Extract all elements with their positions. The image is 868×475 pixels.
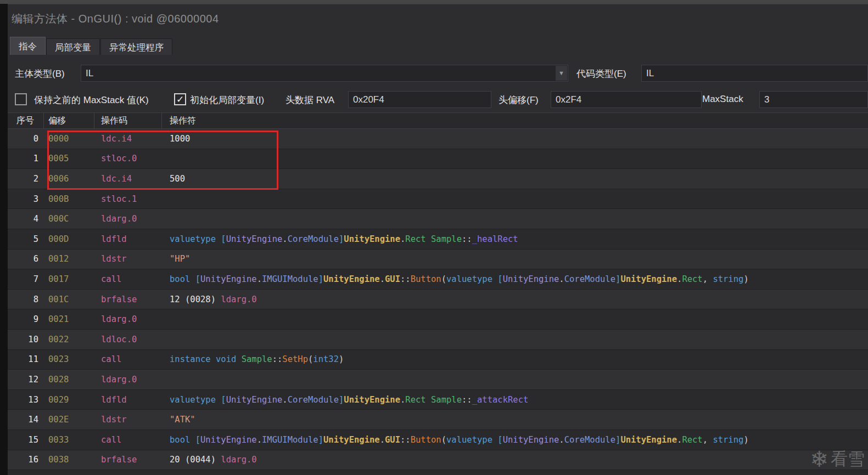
edit-method-body-dialog-screen: 编辑方法体 - OnGUI() : void @06000004 指令 局部变量…	[0, 0, 868, 475]
code-type-combobox[interactable]: IL	[641, 65, 868, 82]
init-locals-label: 初始化局部变量(I)	[190, 94, 264, 106]
operand-segment: ::	[400, 274, 411, 284]
row-operand: 500	[162, 174, 868, 184]
tab-exception-handlers[interactable]: 异常处理程序	[100, 38, 172, 55]
row-opcode: ldc.i4	[94, 134, 162, 144]
operand-segment: .	[677, 274, 682, 284]
keep-maxstack-checkbox[interactable]	[15, 93, 27, 105]
dialog-title: 编辑方法体 - OnGUI() : void @06000004	[12, 12, 219, 26]
operand-segment: [	[497, 435, 502, 445]
table-row[interactable]: 10005stloc.0	[8, 149, 868, 169]
operand-segment: [	[195, 435, 200, 445]
operand-segment: .	[400, 395, 405, 405]
operand-segment: Button	[411, 274, 441, 284]
table-row[interactable]: 110023callinstance void Sample::SetHp(in…	[8, 350, 868, 370]
table-row[interactable]: 130029ldfldvaluetype [UnityEngine.CoreMo…	[8, 390, 868, 410]
table-row[interactable]: 100022ldloc.0	[8, 330, 868, 350]
operand-segment: UnityEngine	[620, 435, 677, 445]
operand-segment: UnityEngine	[200, 435, 257, 445]
header-rva-input[interactable]: 0x20F4	[348, 91, 491, 108]
row-offset: 002E	[44, 415, 94, 425]
table-row[interactable]: 14002Eldstr"ATK"	[8, 410, 868, 430]
operand-segment: Sample	[431, 395, 462, 405]
code-type-label: 代码类型(E)	[576, 67, 626, 80]
row-index: 15	[8, 435, 44, 445]
row-opcode: call	[94, 274, 162, 284]
table-row[interactable]: 4000Cldarg.0	[8, 209, 868, 229]
operand-segment: bool	[170, 274, 195, 284]
table-row[interactable]: 5000Dldfldvaluetype [UnityEngine.CoreMod…	[8, 229, 868, 250]
chevron-down-icon[interactable]: ▼	[556, 66, 567, 81]
table-row[interactable]: 160038brfalse20 (0044) ldarg.0	[8, 450, 868, 471]
operand-segment: Rect	[405, 395, 425, 405]
row-offset: 0022	[44, 335, 94, 344]
operand-segment: UnityEngine	[503, 274, 559, 284]
row-opcode: brfalse	[94, 295, 162, 304]
maxstack-input[interactable]: 3	[759, 91, 868, 108]
row-operand: instance void Sample::SetHp(int32)	[162, 354, 868, 364]
operand-segment: ]	[615, 435, 620, 445]
operand-segment: (	[441, 274, 446, 284]
operand-segment: (	[441, 435, 446, 445]
table-row[interactable]: 60012ldstr"HP"	[8, 250, 868, 270]
table-row[interactable]: 90021ldarg.0	[8, 309, 868, 330]
row-opcode: ldarg.0	[94, 375, 162, 384]
operand-segment: )	[339, 354, 344, 364]
operand-segment: IMGUIModule	[262, 274, 318, 284]
operand-segment: UnityEngine	[226, 234, 283, 244]
row-index: 5	[8, 234, 44, 244]
operand-segment: CoreModule	[288, 234, 339, 244]
operand-segment: CoreModule	[564, 435, 615, 445]
watermark: ❄ 看雪	[810, 448, 865, 471]
header-offset-input[interactable]: 0x2F4	[551, 91, 702, 108]
window-left-edge	[0, 4, 8, 475]
row-opcode: call	[94, 435, 162, 445]
row-opcode: ldarg.0	[94, 314, 162, 324]
table-row[interactable]: 70017callbool [UnityEngine.IMGUIModule]U…	[8, 269, 868, 290]
operand-segment: UnityEngine	[344, 234, 400, 244]
tab-instructions[interactable]: 指令	[10, 37, 46, 55]
row-operand: valuetype [UnityEngine.CoreModule]UnityE…	[162, 395, 868, 405]
table-row[interactable]: 150033callbool [UnityEngine.IMGUIModule]…	[8, 430, 868, 450]
header-rva-value: 0x20F4	[353, 94, 384, 105]
row-index: 10	[8, 335, 44, 344]
table-row[interactable]: 3000Bstloc.1	[8, 189, 868, 210]
table-row[interactable]: 120028ldarg.0	[8, 370, 868, 390]
operand-segment: UnityEngine	[323, 274, 380, 284]
operand-segment: SetHp	[282, 354, 308, 364]
operand-segment: valuetype	[446, 435, 497, 445]
row-index: 12	[8, 375, 44, 384]
row-index: 16	[8, 455, 44, 465]
row-opcode: stloc.1	[94, 194, 162, 204]
row-offset: 0000	[44, 134, 94, 144]
row-operand: valuetype [UnityEngine.CoreModule]UnityE…	[162, 234, 868, 244]
maxstack-label: MaxStack	[702, 94, 743, 105]
code-type-value: IL	[646, 68, 654, 78]
header-offset-label: 头偏移(F)	[499, 94, 539, 106]
row-operand: 12 (0028) ldarg.0	[162, 295, 868, 304]
operand-segment: .	[257, 435, 262, 445]
operand-segment: int32	[313, 354, 339, 364]
table-row[interactable]: 20006ldc.i4500	[8, 169, 868, 189]
tab-local-variables[interactable]: 局部变量	[46, 38, 100, 55]
operand-segment: )	[743, 274, 748, 284]
operand-segment: 12 (0028)	[170, 295, 221, 304]
row-operand: 20 (0044) ldarg.0	[162, 455, 868, 465]
operand-segment: string	[713, 274, 743, 284]
operand-segment: UnityEngine	[503, 435, 559, 445]
row-index: 0	[8, 134, 44, 144]
operand-segment: UnityEngine	[344, 395, 400, 405]
row-offset: 000B	[44, 194, 94, 204]
operand-segment: valuetype	[170, 234, 221, 244]
table-row[interactable]: 8001Cbrfalse12 (0028) ldarg.0	[8, 290, 868, 310]
init-locals-checkbox[interactable]	[174, 93, 186, 105]
operand-segment: Rect	[682, 274, 702, 284]
table-row[interactable]: 00000ldc.i41000	[8, 129, 868, 149]
body-type-combobox[interactable]: IL ▼	[81, 65, 568, 82]
row-operand: "ATK"	[162, 415, 868, 425]
operand-segment: .	[380, 435, 385, 445]
body-type-value: IL	[86, 68, 93, 78]
operand-segment: (	[308, 354, 313, 364]
tab-exception-handlers-label: 异常处理程序	[109, 42, 164, 52]
watermark-text: 看雪	[831, 448, 865, 471]
